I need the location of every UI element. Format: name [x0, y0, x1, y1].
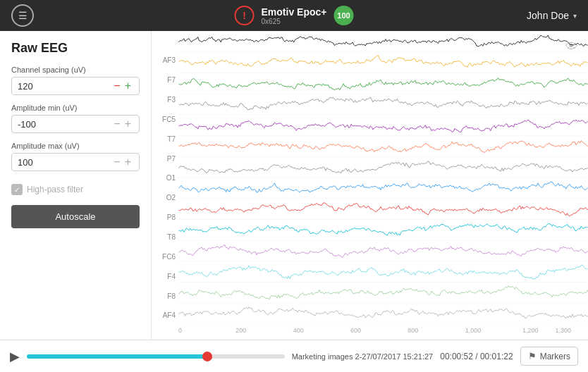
eeg-channel-af3 — [179, 35, 588, 46]
header-center: ! Emotiv Epoc+ 0x625 100 — [235, 6, 354, 25]
play-button[interactable]: ▶ — [10, 349, 20, 364]
channel-label-f8: F8 — [152, 292, 178, 300]
eeg-channel-f3 — [179, 78, 588, 90]
tick-1300: 1,300 — [556, 327, 572, 334]
user-name: John Doe — [527, 10, 569, 21]
channel-label-fc5: FC5 — [152, 116, 178, 123]
eeg-channel-o2 — [179, 182, 588, 192]
progress-bar[interactable] — [27, 354, 285, 359]
eeg-channel-o1 — [179, 161, 588, 173]
time-display: 00:00:52 / 00:01:22 — [440, 352, 513, 361]
header-right: John Doe ▾ — [527, 10, 577, 21]
device-id: 0x625 — [262, 18, 327, 25]
bottom-bar: ▶ Marketing images 2-27/07/2017 15:21:27… — [0, 340, 588, 372]
main-content: Raw EEG Channel spacing (uV) 120 − + Amp… — [0, 31, 588, 340]
eeg-channel-fc6 — [179, 245, 588, 258]
panel-title: Raw EEG — [11, 41, 140, 56]
amplitude-min-decrement[interactable]: − — [111, 118, 122, 130]
amplitude-min-group: Amplitude min (uV) -100 − + — [11, 104, 140, 133]
channel-label-t8: T8 — [152, 233, 178, 241]
tick-1000: 1,000 — [465, 327, 482, 334]
highpass-label: High-pass filter — [27, 185, 83, 194]
tick-600: 600 — [350, 327, 361, 334]
autoscale-button[interactable]: Autoscale — [11, 205, 140, 228]
channel-label-f4: F4 — [152, 273, 178, 280]
eeg-channel-f7 — [179, 56, 588, 68]
markers-button[interactable]: ⚑ Markers — [520, 347, 578, 366]
eeg-channel-f8 — [179, 286, 588, 299]
tick-1200: 1,200 — [522, 327, 539, 334]
amplitude-max-decrement[interactable]: − — [111, 156, 122, 168]
menu-button[interactable]: ☰ — [11, 4, 34, 27]
channel-label-p7: P7 — [152, 155, 178, 163]
channel-label-f7: F7 — [152, 76, 178, 84]
left-panel: Raw EEG Channel spacing (uV) 120 − + Amp… — [0, 31, 152, 340]
channel-labels: AF3F7F3FC5T7P7O1O2P8T8FC6F4F8AF4 — [152, 31, 178, 340]
eeg-chart — [178, 31, 588, 324]
channel-label-o1: O1 — [152, 174, 178, 182]
eeg-channel-t7 — [179, 120, 588, 132]
eeg-channel-af4 — [179, 307, 588, 318]
progress-fill — [27, 354, 207, 359]
channel-spacing-decrement[interactable]: − — [111, 80, 122, 92]
tick-400: 400 — [293, 327, 304, 334]
tick-0: 0 — [178, 327, 182, 334]
amplitude-max-increment[interactable]: + — [123, 156, 133, 168]
markers-label: Markers — [540, 352, 570, 361]
user-dropdown-arrow[interactable]: ▾ — [573, 12, 577, 20]
eeg-channel-fc5 — [179, 97, 588, 110]
eeg-channel-f4 — [179, 265, 588, 279]
battery-badge: 100 — [333, 6, 353, 25]
channel-spacing-group: Channel spacing (uV) 120 − + — [11, 66, 140, 95]
channel-label-af3: AF3 — [152, 56, 178, 64]
header: ☰ ! Emotiv Epoc+ 0x625 100 John Doe ▾ — [0, 0, 588, 31]
progress-thumb[interactable] — [202, 352, 212, 361]
channel-label-af4: AF4 — [152, 311, 178, 319]
channel-label-f3: F3 — [152, 96, 178, 104]
eeg-channel-p8 — [179, 203, 588, 216]
time-axis: 02004006008001,0001,2001,300 — [178, 324, 588, 340]
amplitude-min-increment[interactable]: + — [123, 118, 133, 130]
amplitude-max-group: Amplitude max (uV) 100 − + — [11, 142, 140, 171]
channel-label-p8: P8 — [152, 213, 178, 221]
eeg-channel-p7 — [179, 141, 588, 153]
device-status-icon: ! — [235, 6, 255, 25]
channel-spacing-row: 120 − + — [11, 77, 140, 95]
eeg-canvas — [178, 31, 588, 324]
tick-200: 200 — [235, 327, 246, 334]
amplitude-max-value: 100 — [18, 157, 111, 168]
channel-label-fc6: FC6 — [152, 253, 178, 261]
header-left: ☰ — [11, 4, 34, 27]
highpass-filter-row[interactable]: ✓ High-pass filter — [11, 180, 140, 199]
amplitude-min-label: Amplitude min (uV) — [11, 104, 140, 112]
amplitude-max-row: 100 − + — [11, 153, 140, 171]
flag-icon: ⚑ — [528, 351, 537, 361]
chart-area: 👁 AF3F7F3FC5T7P7O1O2P8T8FC6F4F8AF4 02004… — [152, 31, 588, 340]
channel-label-o2: O2 — [152, 194, 178, 202]
channel-spacing-label: Channel spacing (uV) — [11, 66, 140, 74]
highpass-checkbox[interactable]: ✓ — [11, 184, 23, 195]
channel-spacing-increment[interactable]: + — [123, 80, 133, 92]
session-label: Marketing images 2-27/07/2017 15:21:27 — [292, 352, 434, 361]
channel-spacing-value: 120 — [18, 81, 111, 92]
amplitude-min-value: -100 — [18, 119, 111, 130]
device-info: Emotiv Epoc+ 0x625 — [262, 6, 327, 25]
device-name: Emotiv Epoc+ — [262, 6, 327, 18]
tick-800: 800 — [408, 327, 418, 334]
eeg-channel-t8 — [179, 224, 588, 236]
amplitude-min-row: -100 − + — [11, 115, 140, 133]
channel-label-t7: T7 — [152, 135, 178, 143]
amplitude-max-label: Amplitude max (uV) — [11, 142, 140, 150]
